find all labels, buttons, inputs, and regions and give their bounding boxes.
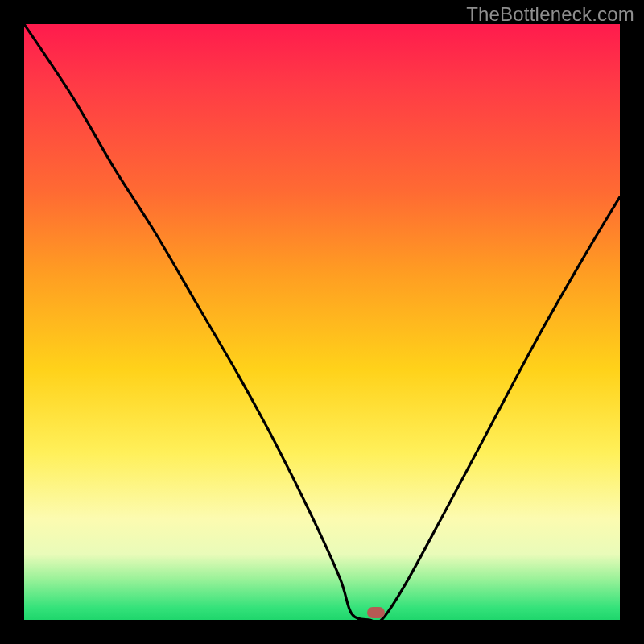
watermark-text: TheBottleneck.com (466, 3, 634, 26)
chart-frame: TheBottleneck.com (0, 0, 644, 644)
optimum-marker (367, 607, 385, 618)
bottleneck-curve (24, 24, 620, 620)
curve-svg (24, 24, 620, 620)
plot-area (24, 24, 620, 620)
